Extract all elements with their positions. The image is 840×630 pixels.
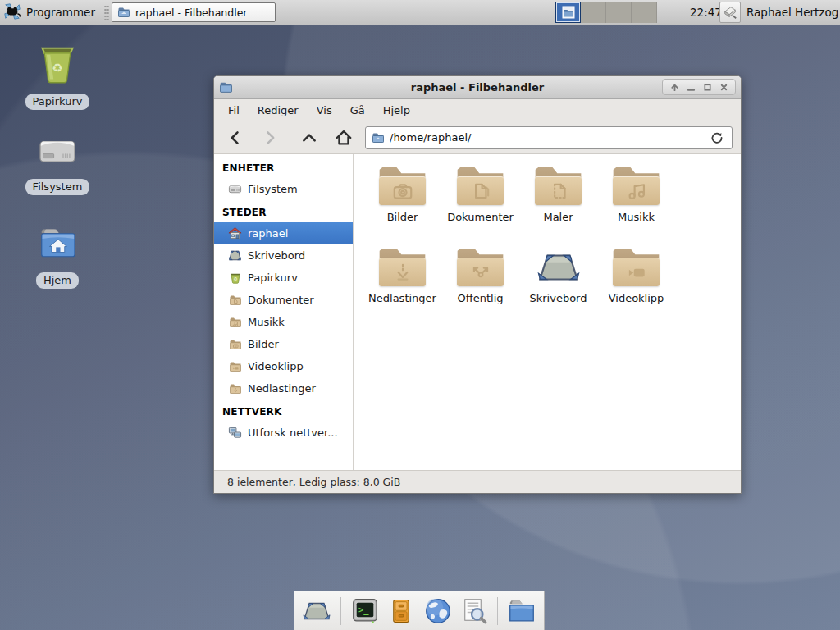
sidebar-item-documents[interactable]: Dokumenter	[214, 289, 353, 311]
forward-button[interactable]	[257, 126, 283, 150]
workspace-1[interactable]	[555, 2, 581, 23]
sidebar-item-network[interactable]: Utforsk nettver...	[214, 422, 353, 444]
file-nedlastinger[interactable]: Nedlastinger	[363, 245, 441, 326]
session-button[interactable]	[719, 2, 741, 23]
close-button[interactable]	[717, 81, 730, 93]
sidebar-item-filesystem[interactable]: Filsystem	[214, 178, 353, 200]
sidebar-item-raphael[interactable]: raphael	[214, 222, 353, 244]
back-button[interactable]	[222, 126, 249, 150]
harddrive-icon	[34, 130, 80, 174]
applications-menu-label: Programmer	[26, 6, 95, 19]
taskbar-grip	[104, 5, 109, 20]
harddrive-icon	[228, 182, 242, 196]
reload-button[interactable]	[708, 129, 726, 147]
sidebar-item-music[interactable]: Musikk	[214, 311, 353, 333]
folder-documents-icon	[457, 167, 504, 205]
desktop-icon	[535, 249, 582, 286]
dock-separator	[340, 597, 341, 625]
sidebar-item-label: Musikk	[248, 315, 285, 329]
folder-downloads-icon	[228, 381, 242, 395]
svg-text:♻: ♻	[233, 276, 237, 281]
blue-folder-icon	[506, 597, 537, 625]
workspace-window-icon	[562, 6, 575, 19]
file-manager-button[interactable]	[386, 595, 417, 628]
folder-downloads-icon	[379, 249, 427, 286]
sidebar-item-label: Nedlastinger	[248, 381, 316, 395]
desktop-icon-trash[interactable]: ♻ Papirkurv	[15, 43, 100, 110]
minimize-button[interactable]	[684, 81, 697, 93]
show-desktop-button[interactable]	[301, 595, 332, 628]
menu-edit[interactable]: Rediger	[249, 101, 308, 120]
path-bar[interactable]	[365, 126, 733, 149]
trash-icon: ♻	[228, 271, 242, 285]
shade-button[interactable]	[668, 81, 681, 93]
menu-file[interactable]: Fil	[219, 101, 249, 120]
file-view[interactable]: Bilder Dokumenter	[354, 154, 741, 470]
desktop-icon-label: Papirkurv	[25, 94, 90, 110]
menu-view[interactable]: Vis	[308, 101, 341, 120]
folder-videos-icon	[613, 249, 660, 286]
workspace-4[interactable]	[632, 2, 657, 23]
menu-go[interactable]: Gå	[341, 101, 374, 120]
top-panel: Programmer raphael - Filbehandler 22:47	[0, 0, 840, 25]
sidebar-item-trash[interactable]: ♻ Papirkurv	[214, 267, 353, 289]
sidebar-item-label: Papirkurv	[248, 271, 298, 285]
menu-help[interactable]: Hjelp	[374, 101, 419, 120]
file-label: Videoklipp	[609, 292, 664, 304]
home-icon	[228, 226, 242, 240]
file-browser-button[interactable]	[506, 595, 537, 628]
network-icon	[228, 426, 242, 440]
folder-pictures-icon	[379, 167, 427, 205]
panel-clock: 22:47	[690, 0, 722, 25]
file-skrivebord[interactable]: Skrivebord	[519, 245, 597, 326]
up-button[interactable]	[296, 126, 322, 150]
web-browser-button[interactable]	[422, 595, 454, 628]
maximize-button[interactable]	[701, 81, 714, 93]
sidebar-item-label: Dokumenter	[248, 293, 314, 307]
desktop-icon-filesystem[interactable]: Filsystem	[15, 130, 100, 195]
workspace-3[interactable]	[606, 2, 632, 23]
home-button[interactable]	[331, 126, 357, 150]
folder-templates-icon	[535, 167, 582, 205]
workspace-pager	[555, 2, 657, 23]
workspace-2[interactable]	[581, 2, 606, 23]
sidebar-header-network: NETTVERK	[214, 399, 353, 422]
taskbar-window-button[interactable]: raphael - Filbehandler	[112, 2, 276, 22]
eraser-icon	[723, 5, 737, 20]
terminal-icon: >_	[349, 596, 381, 627]
svg-text:♻: ♻	[52, 61, 62, 75]
file-dokumenter[interactable]: Dokumenter	[441, 164, 519, 245]
desktop-icon	[228, 249, 242, 262]
titlebar[interactable]: raphael - Filbehandler	[214, 76, 741, 99]
dock-separator	[497, 597, 498, 625]
file-maler[interactable]: Maler	[519, 164, 597, 245]
sidebar-item-videos[interactable]: Videoklipp	[214, 355, 353, 377]
desktop-icon-home[interactable]: Hjem	[15, 223, 100, 289]
folder-documents-icon	[228, 293, 242, 307]
terminal-button[interactable]: >_	[349, 595, 381, 628]
folder-public-icon	[457, 249, 504, 286]
sidebar-item-label: raphael	[248, 226, 288, 240]
file-offentlig[interactable]: Offentlig	[441, 245, 519, 326]
path-input[interactable]	[390, 131, 703, 144]
sidebar-header-places: STEDER	[214, 200, 353, 222]
sidebar-item-label: Filsystem	[248, 182, 298, 196]
session-user-name: Raphael Hertzog	[746, 0, 838, 25]
trash-icon: ♻	[34, 43, 80, 89]
file-videoklipp[interactable]: Videoklipp	[597, 245, 675, 326]
home-folder-icon	[34, 223, 80, 267]
sidebar-item-label: Bilder	[248, 337, 279, 351]
sidebar-item-pictures[interactable]: Bilder	[214, 333, 353, 355]
file-bilder[interactable]: Bilder	[363, 164, 441, 245]
window-controls	[662, 79, 736, 95]
applications-menu-button[interactable]: Programmer	[0, 0, 102, 25]
sidebar-item-desktop[interactable]: Skrivebord	[214, 244, 353, 267]
desktop-icon-label: Filsystem	[25, 179, 90, 195]
file-musikk[interactable]: Musikk	[597, 164, 675, 245]
toolbar	[214, 121, 741, 154]
sidebar-item-downloads[interactable]: Nedlastinger	[214, 377, 353, 399]
search-button[interactable]	[459, 595, 490, 628]
sidebar-header-devices: ENHETER	[214, 156, 353, 178]
file-label: Dokumenter	[447, 211, 514, 223]
statusbar-text: 8 ielementer, Ledig plass: 8,0 GiB	[227, 476, 400, 488]
